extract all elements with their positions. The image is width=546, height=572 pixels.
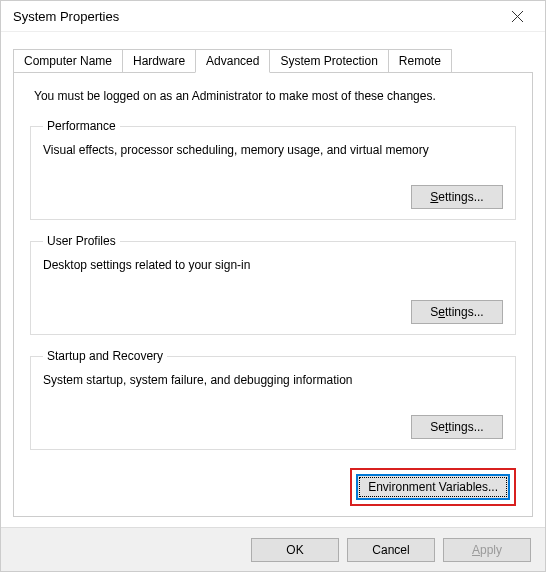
performance-settings-button[interactable]: Settings... — [411, 185, 503, 209]
group-startup-recovery-btnrow: Settings... — [43, 415, 503, 439]
group-performance-btnrow: Settings... — [43, 185, 503, 209]
dialog-button-bar: OK Cancel Apply — [1, 527, 545, 571]
ok-button[interactable]: OK — [251, 538, 339, 562]
group-performance-legend: Performance — [43, 119, 120, 133]
group-startup-recovery-desc: System startup, system failure, and debu… — [43, 373, 503, 387]
group-startup-recovery: Startup and Recovery System startup, sys… — [30, 349, 516, 450]
group-user-profiles: User Profiles Desktop settings related t… — [30, 234, 516, 335]
apply-button[interactable]: Apply — [443, 538, 531, 562]
environment-variables-button[interactable]: Environment Variables... — [356, 474, 510, 500]
close-button[interactable] — [495, 2, 539, 30]
tab-remote[interactable]: Remote — [388, 49, 452, 72]
tab-computer-name[interactable]: Computer Name — [13, 49, 123, 72]
env-highlight: Environment Variables... — [350, 468, 516, 506]
group-performance: Performance Visual effects, processor sc… — [30, 119, 516, 220]
startup-recovery-settings-button[interactable]: Settings... — [411, 415, 503, 439]
user-profiles-settings-button[interactable]: Settings... — [411, 300, 503, 324]
tab-system-protection[interactable]: System Protection — [269, 49, 388, 72]
env-row: Environment Variables... — [30, 468, 516, 506]
group-user-profiles-desc: Desktop settings related to your sign-in — [43, 258, 503, 272]
group-user-profiles-btnrow: Settings... — [43, 300, 503, 324]
tab-hardware[interactable]: Hardware — [122, 49, 196, 72]
tab-strip: Computer Name Hardware Advanced System P… — [1, 32, 545, 72]
cancel-button[interactable]: Cancel — [347, 538, 435, 562]
tab-panel-advanced: You must be logged on as an Administrato… — [13, 72, 533, 517]
group-performance-desc: Visual effects, processor scheduling, me… — [43, 143, 503, 157]
system-properties-window: System Properties Computer Name Hardware… — [0, 0, 546, 572]
close-icon — [512, 11, 523, 22]
group-user-profiles-legend: User Profiles — [43, 234, 120, 248]
group-startup-recovery-legend: Startup and Recovery — [43, 349, 167, 363]
intro-text: You must be logged on as an Administrato… — [30, 89, 516, 103]
window-title: System Properties — [13, 9, 495, 24]
titlebar: System Properties — [1, 1, 545, 32]
tab-advanced[interactable]: Advanced — [195, 49, 270, 73]
